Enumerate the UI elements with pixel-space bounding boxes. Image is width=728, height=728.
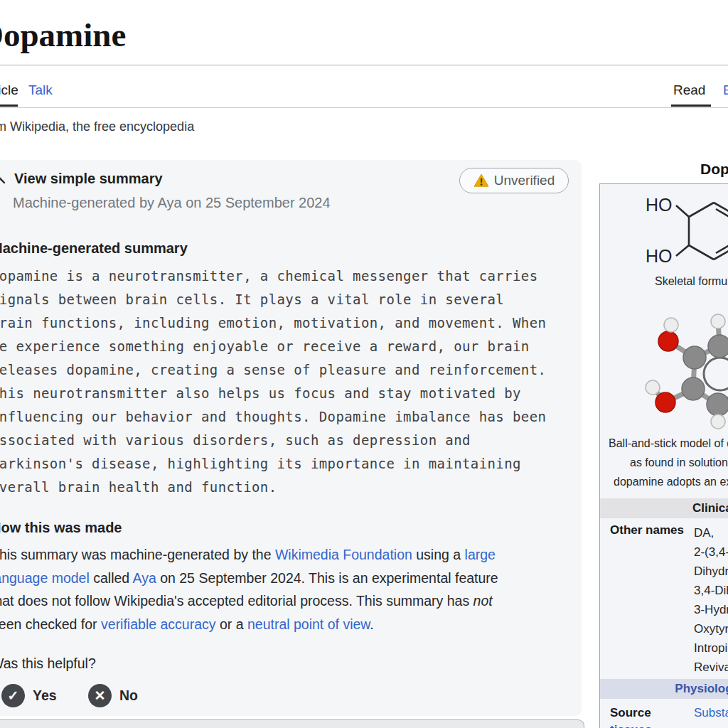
- text-line: 3,4-Dihydroxyphenethylamine;: [694, 581, 728, 600]
- text-span: or a: [216, 616, 247, 632]
- no-button[interactable]: ✕ No: [88, 684, 138, 707]
- active-tab-indicator-read: [671, 105, 711, 107]
- text-line: influencing our behavior and thoughts. D…: [0, 405, 546, 429]
- summary-section-heading: Machine-generated summary: [0, 240, 188, 257]
- no-button-label: No: [119, 687, 138, 704]
- text-link[interactable]: neutral point of view: [247, 616, 370, 632]
- ball-stick-caption-line2: as found in solution, where the: [630, 456, 728, 469]
- ball-stick-caption-link[interactable]: Ball-and-stick model of dopamine: [609, 437, 728, 450]
- text-link[interactable]: large: [465, 547, 496, 562]
- cross-circle-icon: ✕: [88, 684, 112, 707]
- text-span: been checked for: [0, 616, 101, 632]
- text-span: called: [90, 570, 133, 586]
- text-span: .: [370, 616, 373, 632]
- skeletal-formula-image[interactable]: HO HO: [600, 187, 728, 274]
- text-link[interactable]: language model: [0, 570, 90, 586]
- site-tagline: From Wikipedia, the free encyclopedia: [0, 119, 194, 134]
- text-line: Parkinson's disease, highlighting its im…: [0, 452, 546, 476]
- text-line: Intropin;: [694, 638, 728, 658]
- text-span: that does not follow Wikipedia's accepte…: [0, 593, 473, 609]
- physiological-data-header: Physiological data: [600, 679, 728, 699]
- text-line: we experience something enjoyable or rec…: [0, 335, 546, 358]
- infobox-title: Dopamine: [700, 161, 728, 178]
- hydroxyl-label-top: HO: [646, 195, 673, 215]
- text-line: Dihydroxyphenyl)ethylamine;: [694, 562, 728, 581]
- source-tissues-label-line1: Source: [610, 706, 651, 720]
- text-line: This neurotransmitter also helps us focu…: [0, 382, 546, 405]
- tab-talk[interactable]: Talk: [28, 82, 53, 98]
- drug-infobox: HO HO Skeletal formula of dopamine: [599, 183, 728, 728]
- wikipedia-page: Dopamine Article Talk Read Edit From Wik…: [0, 0, 728, 728]
- tabs-divider: [0, 107, 728, 108]
- tab-edit[interactable]: Edit: [723, 82, 728, 98]
- how-made-heading: How this was made: [0, 520, 122, 536]
- paragraph-line: that does not follow Wikipedia's accepte…: [0, 589, 498, 613]
- text-span: This summary was machine-generated by th…: [0, 547, 275, 562]
- text-link[interactable]: Wikimedia Foundation: [275, 547, 412, 562]
- paragraph-line: This summary was machine-generated by th…: [0, 543, 498, 567]
- italic-text: not: [473, 593, 493, 609]
- other-names-values: DA,2-(3,4-Dihydroxyphenyl)ethylamine;3,4…: [694, 523, 728, 677]
- generation-byline: Machine-generated by Aya on 25 September…: [13, 195, 331, 211]
- yes-button[interactable]: ✓ Yes: [1, 684, 57, 707]
- clinical-data-header: Clinical data: [600, 498, 728, 518]
- text-line: DA,: [694, 523, 728, 542]
- text-line: Dopamine is a neurotransmitter, a chemic…: [0, 264, 546, 288]
- unverified-badge[interactable]: Unverified: [459, 168, 569, 193]
- unverified-badge-label: Unverified: [494, 173, 555, 188]
- text-line: 3-Hydroxytyramine;: [694, 600, 728, 619]
- text-line: 2-(3,4-: [694, 542, 728, 562]
- ball-stick-caption-line3: dopamine adopts an extended: [614, 476, 728, 488]
- how-made-paragraph: This summary was machine-generated by th…: [0, 543, 498, 636]
- title-divider: [0, 65, 728, 65]
- check-circle-icon: ✓: [1, 684, 25, 707]
- ball-and-stick-model-image[interactable]: [600, 298, 728, 434]
- paragraph-line: been checked for verifiable accuracy or …: [0, 613, 498, 636]
- text-span: on 25 September 2024. This is an experim…: [156, 570, 498, 586]
- collapsed-section-bar[interactable]: [0, 719, 584, 728]
- text-line: associated with various disorders, such …: [0, 429, 546, 452]
- chevron-up-icon[interactable]: [0, 175, 6, 185]
- tab-read[interactable]: Read: [673, 82, 705, 98]
- yes-button-label: Yes: [33, 687, 57, 704]
- source-tissues-value-link[interactable]: Substantia nigra;: [694, 706, 728, 720]
- warning-triangle-icon: [473, 173, 489, 188]
- text-line: signals between brain cells. It plays a …: [0, 288, 546, 311]
- tab-article[interactable]: Article: [0, 82, 18, 98]
- page-title: Dopamine: [0, 16, 126, 54]
- text-line: brain functions, including emotion, moti…: [0, 311, 546, 335]
- active-tab-indicator-article: [0, 105, 18, 107]
- text-line: releases dopamine, creating a sense of p…: [0, 358, 546, 382]
- paragraph-line: language model called Aya on 25 Septembe…: [0, 567, 498, 590]
- text-line: Oxytyramine;: [694, 619, 728, 638]
- hydroxyl-label-bottom: HO: [646, 246, 673, 266]
- view-simple-summary-toggle[interactable]: View simple summary: [14, 171, 163, 187]
- other-names-label: Other names: [610, 523, 684, 537]
- text-line: Revivan: [694, 658, 728, 677]
- text-span: using a: [412, 547, 465, 562]
- source-tissues-label-line2: tissues: [610, 723, 652, 728]
- text-line: overall brain health and function.: [0, 476, 546, 499]
- machine-summary-text: Dopamine is a neurotransmitter, a chemic…: [0, 264, 546, 499]
- text-link[interactable]: verifiable accuracy: [101, 616, 215, 632]
- text-link[interactable]: Aya: [133, 570, 156, 586]
- feedback-question: Was this helpful?: [0, 655, 96, 672]
- skeletal-caption-link[interactable]: Skeletal formula of dopamine: [655, 275, 728, 288]
